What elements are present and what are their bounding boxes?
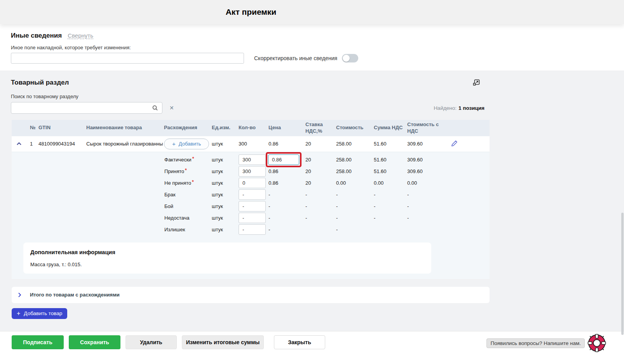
add-discrepancy-button[interactable]: + Добавить [164,139,209,149]
cell-cost-with-vat: 309.60 [406,157,442,163]
qty-input[interactable] [239,189,266,200]
expand-icon[interactable] [472,79,480,87]
cell-unit: штук [211,215,237,221]
cell-cost: - [335,203,373,209]
cell-cost-with-vat: - [406,203,442,209]
row-label: Недостача [163,215,211,221]
corrections-toggle[interactable] [342,54,358,62]
col-vat-rate: Ставка НДС,% [304,121,335,135]
col-num: № [26,125,37,131]
cell-vat-sum: 51.60 [373,168,406,174]
col-discrepancy: Расхождения [163,125,211,131]
totals-bar[interactable]: Итого по товарам с расхождениями [12,287,490,303]
cell-price [267,154,304,165]
col-qty: Кол-во [237,125,267,131]
page-title: Акт приемки [0,7,502,17]
col-unit: Ед.изм. [211,125,237,131]
other-field-row: Скорректировать иные сведения [11,53,613,64]
cell-cost-with-vat: - [406,192,442,198]
col-cost-with-vat: Стоимость с НДС [406,121,442,135]
cell-unit: штук [211,168,237,174]
product-section: Товарный раздел Поиск по товарному разде… [0,71,624,332]
cell-vat-rate: - [304,215,335,221]
search-input[interactable] [11,102,152,113]
cell-actions [442,140,490,148]
cell-unit: штук [211,180,237,186]
cell-discrepancy: + Добавить [163,139,211,149]
page-header: Акт приемки [0,0,624,24]
cell-cost-with-vat: 309.60 [406,168,442,174]
sign-button[interactable]: Подписать [12,335,64,349]
add-product-button[interactable]: + Добавить товар [12,308,67,319]
cell-price: - [267,203,304,209]
product-section-heading-row: Товарный раздел [0,79,624,87]
cell-price: 0.86 [267,168,304,174]
cell-price: 0.86 [267,180,304,186]
clear-search-icon[interactable]: ✕ [169,105,174,111]
cell-cost: - [335,227,373,232]
qty-input[interactable] [239,213,266,223]
cell-vat-sum: 51.60 [373,157,406,163]
search-label: Поиск по товарному разделу [11,94,613,99]
discrepancy-block: Фактически* штук 20 258.00 51.60 309.60 [12,152,490,279]
cell-qty [237,154,267,165]
additional-info-title: Дополнительная информация [30,249,424,255]
delete-button[interactable]: Удалить [125,335,177,349]
cell-product-name: Сырок творожный глазированный ... [85,141,163,147]
save-button[interactable]: Сохранить [69,335,120,349]
qty-input[interactable] [239,154,266,165]
collapse-row-icon[interactable] [12,142,26,146]
action-highlight-box [266,152,302,167]
discrepancy-row-nedostacha: Недостача штук - - - - - [12,212,490,224]
help-widget: Появились вопросы? Напишите нам. [486,333,607,353]
cell-qty [237,213,267,223]
col-gtin: GTIN [37,125,85,131]
cell-qty [237,189,267,200]
other-field-label: Иное поле накладной, которое требует изм… [11,45,613,50]
cell-qty [237,201,267,211]
plus-icon: + [17,310,20,317]
edit-icon[interactable] [451,140,458,147]
other-info-title: Иные сведения [11,32,62,40]
row-label: Излишек [163,227,211,232]
cell-vat-sum: - [373,215,406,221]
additional-info-card: Дополнительная информация Масса груза, т… [23,243,431,274]
search-box [11,102,162,114]
search-row: ✕ Найдено:1 позиция [11,102,613,114]
table-header-row: № GTIN Наименование товара Расхождения Е… [12,120,490,136]
qty-input[interactable] [239,178,266,188]
additional-info-text: Масса груза, т.: 0.015. [30,262,424,267]
scrollbar-thumb[interactable] [621,213,624,335]
products-table: № GTIN Наименование товара Расхождения Е… [12,120,490,279]
cell-unit: штук [211,227,237,232]
cell-qty: 300 [237,141,267,147]
add-product-label: Добавить товар [24,310,62,316]
corrections-toggle-label: Скорректировать иные сведения [254,55,337,61]
cell-vat-sum: 0.00 [373,180,406,186]
cell-cost: 258.00 [335,141,373,147]
collapse-link[interactable]: Свернуть [68,32,93,39]
edit-totals-button[interactable]: Изменить итоговые суммы [182,335,264,349]
cell-vat-rate: 20 [304,141,335,147]
cell-num: 1 [26,141,37,147]
act-priemki-page: Акт приемки Иные сведения Свернуть Иное … [0,0,624,332]
product-section-title: Товарный раздел [11,79,613,87]
discrepancy-row-izlishek: Излишек штук - - [12,224,490,236]
cell-vat-rate: - [304,192,335,198]
price-input[interactable] [268,154,299,165]
cell-cost-with-vat: - [406,215,442,221]
cell-unit: штук [211,192,237,198]
cell-cost-with-vat: 0.00 [406,180,442,186]
found-counter: Найдено:1 позиция [434,105,485,111]
cell-qty [237,224,267,235]
qty-input[interactable] [239,201,266,211]
life-ring-icon[interactable] [587,333,607,353]
col-name: Наименование товара [85,125,163,131]
close-button[interactable]: Закрыть [274,335,325,349]
other-field-input[interactable] [11,53,244,64]
qty-input[interactable] [239,166,266,177]
col-price: Цена [267,125,304,131]
qty-input[interactable] [239,224,266,235]
cell-vat-sum: - [373,192,406,198]
found-value: 1 позиция [458,105,485,111]
